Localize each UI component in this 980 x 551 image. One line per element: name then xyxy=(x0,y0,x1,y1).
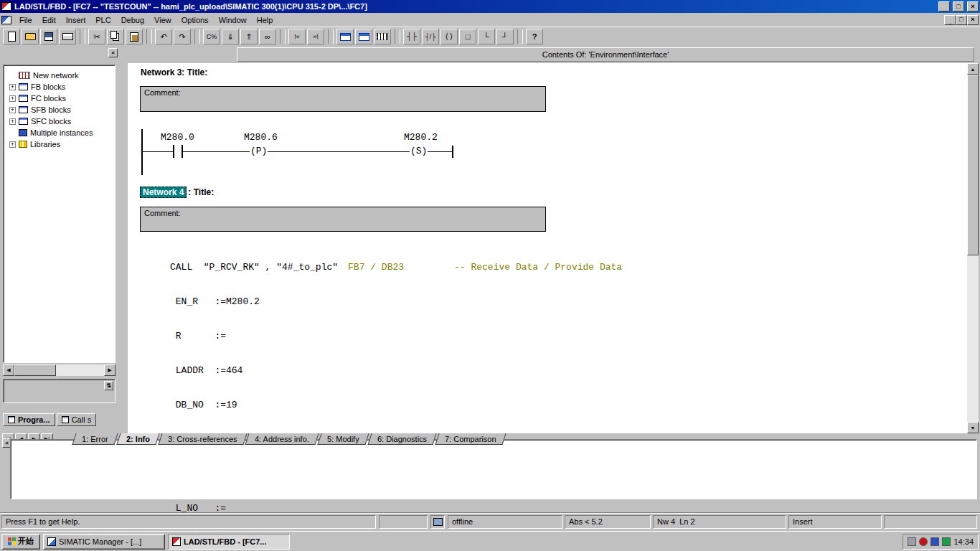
scroll-left-icon[interactable]: ◀ xyxy=(3,364,14,376)
s-coil-operand[interactable]: M280.2 xyxy=(404,132,438,143)
restore-button[interactable]: □ xyxy=(953,1,964,11)
code-line[interactable]: LADDR :=464 xyxy=(170,365,622,377)
network4-title[interactable]: Network 4: Title: xyxy=(140,187,214,198)
tree-item-sfc-blocks[interactable]: + SFC blocks xyxy=(4,116,115,127)
code-line[interactable]: DB_NO :=19 xyxy=(170,400,622,411)
code-line-call[interactable]: CALL "P_RCV_RK" , "4#_to_plc"FB7 / DB23-… xyxy=(170,262,622,273)
code-line[interactable]: R := xyxy=(170,331,622,342)
network3-title[interactable]: Network 3: Title: xyxy=(141,67,207,77)
tab-program-elements[interactable]: Progra... xyxy=(3,413,55,426)
next-error-icon[interactable]: »! xyxy=(307,29,324,44)
tree-item-multiple-instances[interactable]: Multiple instances xyxy=(4,127,115,138)
cut-icon[interactable]: ✂ xyxy=(88,29,105,44)
new-network-icon[interactable] xyxy=(374,29,391,44)
code-line[interactable]: EN_R :=M280.2 xyxy=(170,296,622,308)
network3-comment-box[interactable]: Comment: xyxy=(140,86,546,112)
scroll-right-icon[interactable]: ▶ xyxy=(104,364,116,376)
close-button[interactable]: × xyxy=(967,1,979,11)
open-icon[interactable] xyxy=(22,29,39,44)
menu-file[interactable]: File xyxy=(14,15,37,25)
mdi-minimize-button[interactable]: _ xyxy=(944,15,956,25)
network4-comment-box[interactable]: Comment: xyxy=(140,207,546,232)
print-icon[interactable] xyxy=(59,29,76,44)
tab-modify[interactable]: 5: Modify xyxy=(318,433,369,445)
detail-view-icon[interactable] xyxy=(355,29,372,44)
tab-error[interactable]: 1: Error xyxy=(72,433,118,445)
save-icon[interactable] xyxy=(40,29,57,44)
tree-item-fb-blocks[interactable]: + FB blocks xyxy=(4,81,115,93)
overview-detail-box[interactable]: ⇅ xyxy=(3,379,116,403)
block-consistency-icon[interactable]: C% xyxy=(203,29,220,44)
tab-address-info[interactable]: 4: Address info. xyxy=(245,433,319,445)
menu-edit[interactable]: Edit xyxy=(37,15,61,25)
program-elements-tree[interactable]: New network + FB blocks + FC blocks + SF… xyxy=(3,65,116,363)
tab-call-structure[interactable]: Call s xyxy=(57,413,97,426)
keyboard-layout-icon[interactable] xyxy=(908,537,916,546)
contact-bar-left[interactable] xyxy=(173,145,174,158)
taskbar-button-lad-stl-fbd[interactable]: LAD/STL/FBD - [FC7... xyxy=(168,534,290,550)
editor-vertical-scrollbar[interactable]: ▲ ▼ xyxy=(967,63,979,433)
menu-options[interactable]: Options xyxy=(176,15,214,25)
tree-item-fc-blocks[interactable]: + FC blocks xyxy=(4,93,115,104)
scroll-up-icon[interactable]: ▲ xyxy=(967,63,979,75)
tab-comparison[interactable]: 7: Comparison xyxy=(435,433,506,445)
tray-status-red-icon[interactable] xyxy=(919,537,928,546)
scrollbar-thumb[interactable] xyxy=(967,75,979,255)
menu-insert[interactable]: Insert xyxy=(61,15,91,25)
minimize-button[interactable]: _ xyxy=(938,1,950,11)
expand-plus-icon[interactable]: + xyxy=(9,118,16,125)
copy-icon[interactable] xyxy=(107,29,124,44)
expand-plus-icon[interactable]: + xyxy=(9,84,16,90)
split-window-icon[interactable] xyxy=(336,29,354,44)
upload-icon[interactable]: ⇑ xyxy=(240,29,258,44)
clock[interactable]: 14:34 xyxy=(953,537,974,546)
tray-status-green-icon[interactable] xyxy=(942,537,951,546)
previous-error-icon[interactable]: !« xyxy=(288,29,306,44)
network4-selected-badge[interactable]: Network 4 xyxy=(140,187,187,198)
tree-item-libraries[interactable]: + Libraries xyxy=(4,138,115,150)
expand-plus-icon[interactable]: + xyxy=(9,107,16,113)
paste-icon[interactable] xyxy=(126,29,143,44)
coil-icon[interactable]: ( ) xyxy=(440,29,458,44)
normally-closed-contact-icon[interactable]: ┤/├ xyxy=(422,29,439,44)
tab-diagnostics[interactable]: 6: Diagnostics xyxy=(367,433,436,445)
scroll-down-icon[interactable]: ▼ xyxy=(967,422,979,433)
scrollbar-thumb[interactable] xyxy=(14,364,56,376)
tab-cross-references[interactable]: 3: Cross-references xyxy=(158,433,247,445)
normally-open-contact-icon[interactable]: ┤├ xyxy=(403,29,420,44)
menu-help[interactable]: Help xyxy=(252,15,278,25)
download-icon[interactable]: ⇓ xyxy=(222,29,239,44)
monitor-variable-icon[interactable]: ∞ xyxy=(259,29,276,44)
app-icon[interactable] xyxy=(1,2,11,11)
tray-status-blue-icon[interactable] xyxy=(930,537,939,546)
new-icon[interactable] xyxy=(3,29,20,44)
menu-debug[interactable]: Debug xyxy=(116,15,149,25)
s-coil-symbol[interactable]: (S) xyxy=(410,146,428,156)
close-branch-icon[interactable]: ┘ xyxy=(496,29,514,44)
menu-window[interactable]: Window xyxy=(214,15,252,25)
help-cursor-icon[interactable]: ? xyxy=(526,29,543,44)
menu-view[interactable]: View xyxy=(149,15,176,25)
tree-item-sfb-blocks[interactable]: + SFB blocks xyxy=(4,104,115,116)
undo-icon[interactable]: ↶ xyxy=(155,29,172,44)
taskbar-button-simatic-manager[interactable]: SIMATIC Manager - [...] xyxy=(43,534,165,550)
contact-bar-right[interactable] xyxy=(182,145,183,158)
tree-item-new-network[interactable]: New network xyxy=(4,70,115,81)
expand-plus-icon[interactable]: + xyxy=(9,141,16,148)
mdi-close-button[interactable]: × xyxy=(967,15,979,25)
expand-plus-icon[interactable]: + xyxy=(9,95,16,102)
start-button[interactable]: 开始 xyxy=(1,534,40,550)
redo-icon[interactable]: ↷ xyxy=(174,29,191,44)
tab-info[interactable]: 2: Info xyxy=(116,433,159,445)
pane-close-icon[interactable]: × xyxy=(108,48,118,57)
tree-horizontal-scrollbar[interactable]: ◀ ▶ xyxy=(3,364,116,376)
code-editor[interactable]: Network 3: Title: Comment: M280.0 M280.6… xyxy=(128,63,967,433)
empty-box-icon[interactable]: □ xyxy=(459,29,476,44)
output-content[interactable] xyxy=(10,439,977,499)
resize-toggle-icon[interactable]: ⇅ xyxy=(104,381,113,390)
p-coil-operand[interactable]: M280.6 xyxy=(244,132,278,143)
menu-plc[interactable]: PLC xyxy=(90,15,116,25)
open-branch-icon[interactable]: └ xyxy=(478,29,495,44)
mdi-restore-button[interactable]: □ xyxy=(956,15,967,25)
document-icon[interactable] xyxy=(1,16,11,24)
